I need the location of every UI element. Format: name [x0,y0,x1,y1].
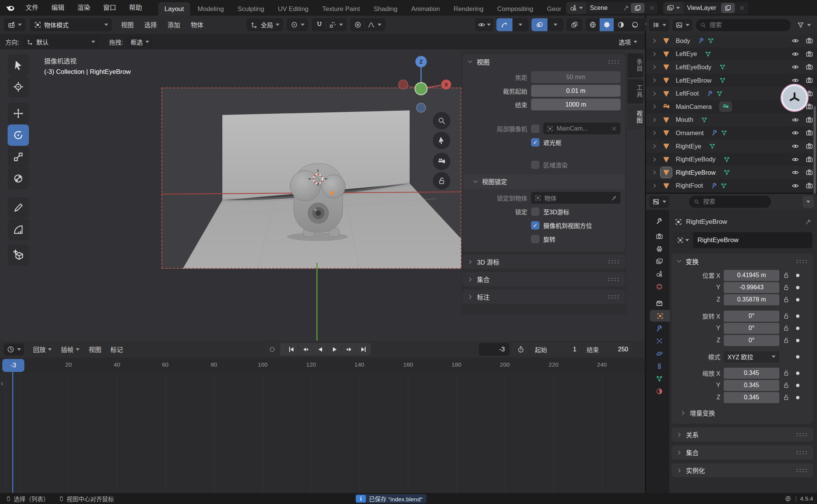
modifier-wrench-icon[interactable] [711,129,718,136]
render-visibility-icon[interactable] [806,182,813,190]
camera-data-icon[interactable] [719,101,732,112]
expand-icon[interactable] [651,51,657,57]
render-visibility-icon[interactable] [806,156,813,163]
expand-icon[interactable] [651,38,657,44]
tab-texture-paint[interactable]: Texture Paint [316,2,366,16]
current-frame-field[interactable]: -3 [479,343,509,356]
menu-keying[interactable]: 插帧 [56,345,84,354]
tab-rendering[interactable]: Rendering [448,2,490,16]
tab-render[interactable] [649,230,669,242]
overlays-dropdown[interactable] [547,18,563,31]
local-camera-field[interactable]: MainCam... [543,123,621,134]
gizmo-toggle[interactable] [496,18,512,31]
hide-eye-icon[interactable] [791,77,799,84]
mode-dropdown[interactable]: 物体模式 [30,18,112,31]
tab-shading[interactable]: Shading [368,2,404,16]
clip-end-field[interactable]: 1000 m [531,99,621,110]
next-keyframe-button[interactable] [342,343,356,356]
grip-dots[interactable] [796,468,809,472]
hide-eye-icon[interactable] [791,37,799,45]
jump-to-start-button[interactable] [284,343,298,356]
lock-to-cursor-checkbox[interactable] [531,207,539,216]
tab-item[interactable]: 条目 [627,53,643,78]
mesh-data-icon[interactable] [719,77,726,84]
shading-rendered-button[interactable] [628,18,642,31]
outliner-row-righteye[interactable]: RightEye [646,140,817,153]
hide-eye-icon[interactable] [791,156,799,163]
render-region-checkbox[interactable] [531,161,539,169]
grip-dots[interactable] [608,60,621,64]
tab-material[interactable] [649,385,669,397]
playhead-line[interactable] [12,372,13,493]
hide-eye-icon[interactable] [791,63,799,71]
panel-annotations[interactable]: 标注 [463,290,625,304]
expand-icon[interactable] [651,156,657,163]
expand-icon[interactable] [651,117,657,123]
animate-dot[interactable] [796,274,799,277]
timeline-ruler[interactable]: 20 40 60 80 100 120 140 160 180 200 220 … [0,358,645,373]
panel-instancing[interactable]: 实例化 [672,463,813,477]
object-name[interactable]: RightEyeBody [676,156,716,163]
outliner-row-lefteye[interactable]: LeftEye [646,48,817,61]
grip-dots[interactable] [796,450,809,455]
tab-output[interactable] [649,243,669,255]
tab-constraints[interactable] [649,360,669,372]
drag-dropdown[interactable]: 框选 [127,36,153,48]
shading-material-button[interactable] [614,18,628,31]
tool-transform[interactable] [8,168,29,189]
expand-icon[interactable] [651,143,657,149]
local-camera-checkbox[interactable] [531,124,539,133]
eyedropper-icon[interactable] [611,195,617,201]
outliner-display-mode-button[interactable] [672,19,693,31]
outliner-row-rightfoot[interactable]: RightFoot [646,179,817,193]
pin-icon[interactable] [623,5,630,11]
mesh-data-icon[interactable] [709,143,716,150]
viewlayer-browse-button[interactable] [663,2,683,14]
viewlayer-name[interactable]: ViewLayer [683,4,720,11]
rot-y-field[interactable]: 0° [724,323,779,334]
animate-dot[interactable] [796,298,799,301]
properties-editor-type-button[interactable] [649,196,669,208]
panel-collections[interactable]: 集合 [463,272,625,286]
animate-dot[interactable] [796,384,799,387]
animate-dot[interactable] [796,286,799,289]
xray-toggle[interactable] [566,18,582,31]
play-reverse-button[interactable] [313,343,327,356]
animate-dot[interactable] [796,327,799,330]
hide-eye-icon[interactable] [791,142,799,150]
passepartout-checkbox[interactable] [531,138,539,147]
auto-key-record-button[interactable] [264,346,280,353]
panel-3d-cursor[interactable]: 3D 游标 [463,255,625,269]
mesh-data-icon[interactable] [719,64,726,70]
tool-rotate[interactable] [8,124,29,146]
menu-object[interactable]: 物体 [185,20,209,29]
mesh-data-icon[interactable] [701,116,708,123]
lock-open-icon[interactable] [783,272,790,279]
menu-playback[interactable]: 回放 [29,345,56,354]
tab-object-data[interactable] [649,373,669,384]
mesh-data-icon[interactable] [705,51,712,57]
snap-controls[interactable] [312,18,347,31]
lock-open-icon[interactable] [783,313,790,319]
hide-eye-icon[interactable] [791,50,799,58]
tab-geometry-nodes[interactable]: Geome [541,2,561,16]
menu-marker[interactable]: 标记 [106,345,128,354]
menu-view[interactable]: 视图 [84,345,106,354]
object-name[interactable]: MainCamera [676,103,712,110]
scale-x-field[interactable]: 0.345 [724,368,779,379]
outliner-row-righteyebrow-selected[interactable]: RightEyeBrow [646,166,817,179]
timeline-tracks[interactable] [0,373,645,493]
pin-icon[interactable] [805,219,812,225]
render-visibility-icon[interactable] [806,63,813,71]
outliner-editor-type-button[interactable] [649,19,669,31]
transform-panel-header[interactable]: 变换 [672,254,813,269]
lock-open-icon[interactable] [783,382,790,389]
mesh-data-icon[interactable] [720,182,727,189]
menu-render[interactable]: 渲染 [71,0,97,16]
direction-dropdown[interactable]: 默认 [23,36,99,48]
hide-eye-icon[interactable] [791,169,799,176]
pivot-dropdown[interactable] [287,18,308,31]
view-panel-header[interactable]: 视图 [463,54,625,69]
orientation-dropdown[interactable]: 全局 [247,18,283,31]
tab-scene[interactable] [649,268,669,280]
